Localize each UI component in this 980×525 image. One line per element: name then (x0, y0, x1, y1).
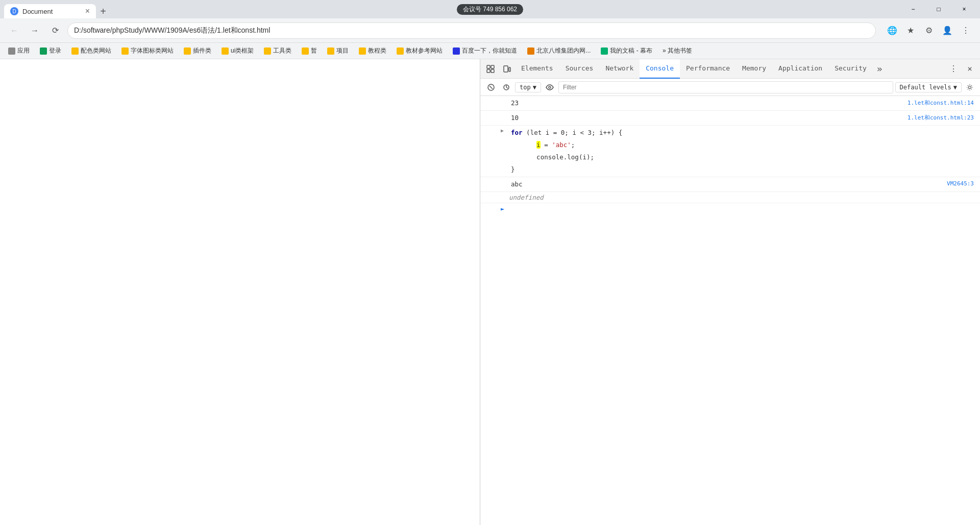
bookmark-plugins[interactable]: 插件类 (180, 45, 215, 56)
bookmark-baidu[interactable]: 百度一下，你就知道 (449, 45, 521, 56)
console-line-abc: abc VM2645:3 (480, 177, 980, 192)
tab-memory[interactable]: Memory (736, 59, 772, 79)
bookmark-label: 我的文稿 - 幕布 (610, 46, 652, 55)
code-row-log: console.log(i); (480, 151, 980, 163)
svg-rect-1 (491, 65, 494, 68)
bookmark-tools[interactable]: 工具类 (260, 45, 296, 56)
line-expand (501, 178, 509, 180)
console-line-23: 23 1.let和const.html:14 (480, 96, 980, 111)
filter-input[interactable] (558, 81, 893, 93)
bookmark-tutorials[interactable]: 教程类 (355, 45, 390, 56)
preserve-log-button[interactable] (500, 81, 513, 94)
bookmark-project[interactable]: 项目 (323, 45, 353, 56)
tab-console[interactable]: Console (640, 59, 680, 79)
context-dropdown-icon: ▼ (533, 84, 536, 91)
tab-application[interactable]: Application (772, 59, 828, 79)
eye-icon (546, 83, 554, 91)
bookmark-label: » 其他书签 (663, 46, 692, 55)
line-number (480, 112, 501, 113)
tab-title: Document (22, 8, 53, 15)
console-output: 23 1.let和const.html:14 10 1.let和const.ht… (480, 96, 980, 525)
reload-button[interactable]: ⟳ (47, 22, 63, 39)
devtools-close-button[interactable]: × (962, 61, 978, 77)
page-area (0, 59, 480, 525)
extension-icon[interactable]: ⚙ (921, 22, 937, 39)
bookmark-label: 百度一下，你就知道 (462, 46, 517, 55)
forward-button[interactable]: → (27, 22, 43, 39)
tab-performance[interactable]: Performance (680, 59, 736, 79)
bookmark-apps[interactable]: 应用 (4, 45, 34, 56)
meeting-id-badge: 会议号 749 856 062 (457, 4, 523, 15)
devtools-inspect-button[interactable] (482, 61, 499, 77)
close-button[interactable]: × (952, 2, 976, 16)
expand-arrow[interactable]: ▶ (501, 127, 509, 133)
line-value: abc (509, 178, 947, 190)
nav-icons: 🌐 ★ ⚙ 👤 ⋮ (884, 22, 974, 39)
bookmark-label: 项目 (336, 46, 349, 55)
bookmark-ui[interactable]: ui类框架 (217, 45, 258, 56)
back-button[interactable]: ← (6, 22, 22, 39)
bookmark-label: 工具类 (273, 46, 291, 55)
line-source-link[interactable]: 1.let和const.html:23 (908, 112, 980, 122)
apps-icon (8, 47, 15, 55)
devtools-settings-button[interactable]: ⋮ (945, 61, 962, 77)
svg-point-12 (969, 86, 971, 88)
console-settings-button[interactable] (964, 81, 976, 93)
bookmark-star-icon[interactable]: ★ (902, 22, 919, 39)
address-bar[interactable]: D:/software/phpStudy/WWW/1909A/es6语法/1.l… (67, 22, 876, 39)
devtools-device-button[interactable] (499, 61, 515, 77)
bookmark-label: 教程类 (368, 46, 386, 55)
eye-button[interactable] (543, 81, 556, 94)
settings-icon (966, 84, 973, 91)
line-source-link[interactable]: 1.let和const.html:14 (908, 97, 980, 107)
bookmark-colors[interactable]: 配色类网站 (67, 45, 115, 56)
tab-security[interactable]: Security (828, 59, 873, 79)
folder-icon (264, 47, 271, 55)
line-source-link[interactable]: VM2645:3 (947, 178, 980, 187)
devtools-tabs: Elements Sources Network Console Perform… (480, 59, 980, 79)
code-row-close: } (480, 163, 980, 176)
new-tab-button[interactable]: + (96, 4, 110, 18)
tab-close-button[interactable]: × (85, 7, 90, 16)
svg-line-10 (506, 87, 508, 88)
profile-icon[interactable]: 👤 (939, 22, 955, 39)
tab-sources[interactable]: Sources (559, 59, 600, 79)
level-label: Default levels (900, 84, 951, 91)
devtools-more-tabs-button[interactable]: » (873, 63, 887, 74)
input-prompt-icon: ► (480, 205, 501, 212)
line-value: 23 (509, 97, 908, 109)
bookmark-label: 字体图标类网站 (131, 46, 174, 55)
context-selector[interactable]: top ▼ (515, 82, 541, 92)
minimize-button[interactable]: − (901, 2, 925, 16)
bookmark-textbooks[interactable]: 教材参考网站 (393, 45, 447, 56)
clear-console-button[interactable] (484, 81, 498, 94)
bookmark-label: 教材参考网站 (406, 46, 443, 55)
bookmark-label: 北京八维集团内网... (536, 46, 591, 55)
menu-icon[interactable]: ⋮ (958, 22, 974, 39)
console-input-line: ► (480, 203, 980, 214)
maximize-button[interactable]: □ (927, 2, 950, 16)
tab-elements[interactable]: Elements (515, 59, 559, 79)
bookmark-mubu[interactable]: 我的文稿 - 幕布 (597, 45, 656, 56)
translate-icon[interactable]: 🌐 (884, 22, 900, 39)
svg-rect-0 (487, 65, 490, 68)
bookmark-more[interactable]: » 其他书签 (658, 45, 696, 56)
bookmark-login[interactable]: 登录 (36, 45, 65, 56)
bookmarks-bar: 应用 登录 配色类网站 字体图标类网站 插件类 ui类框架 工具类 暂 (0, 43, 980, 59)
devtools-panel: Elements Sources Network Console Perform… (480, 59, 980, 525)
code-row-assign: i = 'abc'; (480, 139, 980, 151)
log-level-selector[interactable]: Default levels ▼ (895, 82, 962, 92)
tab-network[interactable]: Network (599, 59, 640, 79)
line-expand (501, 112, 509, 113)
browser-tab-active[interactable]: D Document × (4, 4, 96, 18)
tab-favicon: D (10, 7, 18, 15)
inspect-icon (486, 65, 495, 73)
tab-bar: D Document × + (4, 0, 110, 18)
level-dropdown-icon: ▼ (953, 84, 957, 91)
line-value: 10 (509, 112, 908, 124)
baidu-icon (453, 47, 460, 55)
bookmark-temp[interactable]: 暂 (298, 45, 321, 56)
bookmark-beiwei[interactable]: 北京八维集团内网... (523, 45, 595, 56)
folder-icon (302, 47, 309, 55)
bookmark-icons[interactable]: 字体图标类网站 (117, 45, 178, 56)
